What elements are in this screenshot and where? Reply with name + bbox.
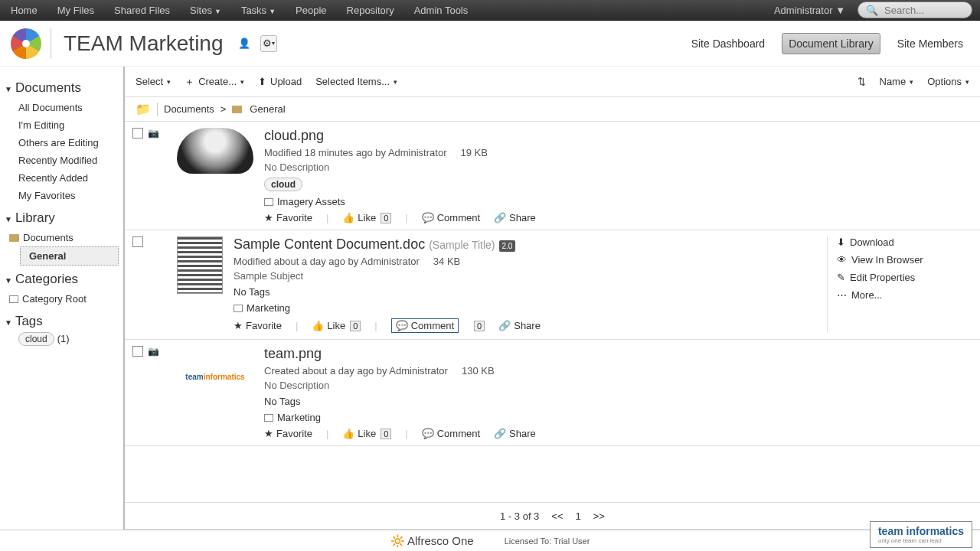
library-root-documents[interactable]: Documents [5, 229, 119, 246]
nav-repository[interactable]: Repository [344, 2, 397, 18]
pager-prev[interactable]: << [551, 510, 563, 522]
comment-action[interactable]: 💬Comment [422, 428, 480, 439]
sidebar-section-tags[interactable]: ▼Tags [5, 314, 119, 329]
nav-myfiles[interactable]: My Files [54, 2, 97, 18]
star-icon: ★ [264, 428, 273, 439]
site-settings-icon[interactable]: ⚙▾ [260, 35, 277, 52]
more-action[interactable]: ⋯More... [837, 289, 972, 301]
caret-down-icon: ▾ [167, 78, 171, 86]
document-title[interactable]: team.png [264, 346, 322, 361]
share-action[interactable]: 🔗Share [494, 212, 536, 223]
share-action[interactable]: 🔗Share [498, 320, 541, 331]
breadcrumb-root[interactable]: Documents [164, 103, 214, 115]
like-action[interactable]: 👍Like0 [312, 320, 361, 331]
library-folder-general[interactable]: General [20, 246, 119, 266]
thumbs-up-icon: 👍 [312, 320, 324, 331]
tag-count: (1) [57, 333, 70, 344]
nav-sites[interactable]: Sites▼ [187, 2, 224, 18]
thumbnail[interactable]: team informatics [177, 346, 253, 407]
sidebar-item-my-favorites[interactable]: My Favorites [18, 187, 119, 204]
nav-admintools[interactable]: Admin Tools [411, 2, 472, 18]
breadcrumb-separator: > [220, 103, 227, 115]
star-icon: ★ [264, 212, 273, 223]
nav-people[interactable]: People [292, 2, 329, 18]
sidebar-section-documents[interactable]: ▼Documents [5, 80, 119, 96]
footer-license: Licensed To: Trial User [505, 536, 590, 546]
favorite-action[interactable]: ★Favorite [264, 212, 312, 223]
alfresco-logo-icon[interactable] [11, 28, 41, 59]
like-action[interactable]: 👍Like0 [342, 428, 391, 439]
camera-icon[interactable]: 📷 [148, 346, 160, 439]
nav-tasks[interactable]: Tasks▼ [238, 2, 279, 18]
sort-toggle-icon[interactable]: ⇅ [858, 76, 866, 87]
document-row[interactable]: 📷 cloud.png Modified 18 minutes ago by A… [125, 122, 980, 230]
top-nav: Home My Files Shared Files Sites▼ Tasks▼… [8, 2, 471, 18]
pager-page[interactable]: 1 [576, 510, 581, 522]
sidebar-section-categories[interactable]: ▼Categories [5, 272, 119, 287]
chevron-down-icon: ▼ [5, 276, 12, 285]
category-root[interactable]: Category Root [5, 290, 119, 308]
sidebar-item-all-documents[interactable]: All Documents [18, 99, 119, 116]
search-placeholder: Search... [884, 5, 924, 16]
invite-user-icon[interactable]: 👤 [236, 35, 253, 52]
sort-menu[interactable]: Name▾ [880, 76, 914, 87]
camera-icon[interactable]: 📷 [148, 128, 160, 223]
thumbnail[interactable] [177, 236, 223, 294]
tag-cloud[interactable]: cloud [18, 332, 54, 346]
search-input[interactable]: 🔍 Search... [858, 2, 972, 18]
sidebar-item-im-editing[interactable]: I'm Editing [18, 116, 119, 134]
download-action[interactable]: ⬇Download [837, 236, 972, 248]
pager-next[interactable]: >> [593, 510, 605, 522]
favorite-action[interactable]: ★Favorite [234, 320, 282, 331]
nav-home[interactable]: Home [8, 2, 41, 18]
comment-icon: 💬 [396, 320, 408, 331]
edit-properties-action[interactable]: ✎Edit Properties [837, 272, 972, 283]
no-tags: No Tags [234, 286, 270, 298]
upload-button[interactable]: ⬆Upload [258, 76, 302, 87]
tag[interactable]: cloud [264, 178, 302, 191]
create-menu[interactable]: ＋Create...▾ [185, 75, 244, 89]
category-icon [234, 305, 243, 312]
folder-up-icon[interactable]: 📁 [136, 102, 151, 116]
sidebar-item-others-editing[interactable]: Others are Editing [18, 134, 119, 152]
folder-icon [232, 106, 242, 113]
nav-site-members[interactable]: Site Members [891, 34, 969, 54]
nav-site-dashboard[interactable]: Site Dashboard [685, 34, 772, 54]
document-title[interactable]: cloud.png [264, 128, 324, 143]
row-checkbox[interactable] [132, 236, 143, 247]
user-menu[interactable]: Administrator ▼ [769, 2, 850, 18]
document-size: 19 KB [460, 147, 487, 158]
favorite-action[interactable]: ★Favorite [264, 428, 312, 439]
document-title[interactable]: Sample Content Document.doc [234, 236, 425, 252]
comment-action[interactable]: 💬Comment [391, 318, 459, 333]
row-checkbox[interactable] [132, 346, 143, 357]
divider [157, 103, 158, 116]
share-action[interactable]: 🔗Share [494, 428, 536, 439]
nav-sharedfiles[interactable]: Shared Files [111, 2, 173, 18]
selected-items-menu[interactable]: Selected Items...▾ [315, 76, 397, 87]
thumbnail[interactable] [177, 128, 253, 174]
chevron-down-icon: ▼ [5, 85, 12, 93]
caret-down-icon: ▾ [240, 78, 244, 86]
sidebar-section-library[interactable]: ▼Library [5, 210, 119, 226]
document-row[interactable]: 📷 team informatics team.png Created abou… [125, 340, 980, 446]
row-checkbox[interactable] [132, 128, 143, 139]
like-count: 0 [381, 213, 391, 223]
caret-down-icon: ▾ [910, 78, 913, 86]
sidebar-item-recently-modified[interactable]: Recently Modified [18, 152, 119, 169]
select-menu[interactable]: Select▾ [136, 76, 171, 87]
view-in-browser-action[interactable]: 👁View In Browser [837, 254, 972, 266]
document-category[interactable]: Marketing [277, 412, 321, 423]
document-category[interactable]: Imagery Assets [277, 196, 345, 207]
nav-document-library[interactable]: Document Library [782, 33, 880, 54]
comment-icon: 💬 [422, 428, 434, 439]
document-category[interactable]: Marketing [247, 302, 290, 314]
options-menu[interactable]: Options▾ [927, 76, 969, 87]
sidebar-item-recently-added[interactable]: Recently Added [18, 169, 119, 187]
comment-action[interactable]: 💬Comment [422, 212, 480, 223]
document-subtitle: (Sample Title) [429, 239, 495, 251]
share-icon: 🔗 [494, 428, 506, 439]
like-action[interactable]: 👍Like0 [342, 212, 391, 223]
search-icon: 🔍 [866, 5, 878, 16]
document-row[interactable]: Sample Content Document.doc (Sample Titl… [125, 230, 980, 340]
